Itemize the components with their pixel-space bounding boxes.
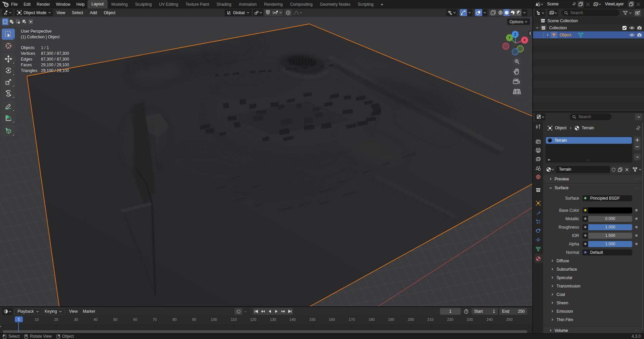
svg-text:Y: Y	[508, 36, 511, 40]
svg-text:Z: Z	[514, 33, 516, 36]
svg-text:X: X	[524, 38, 526, 42]
